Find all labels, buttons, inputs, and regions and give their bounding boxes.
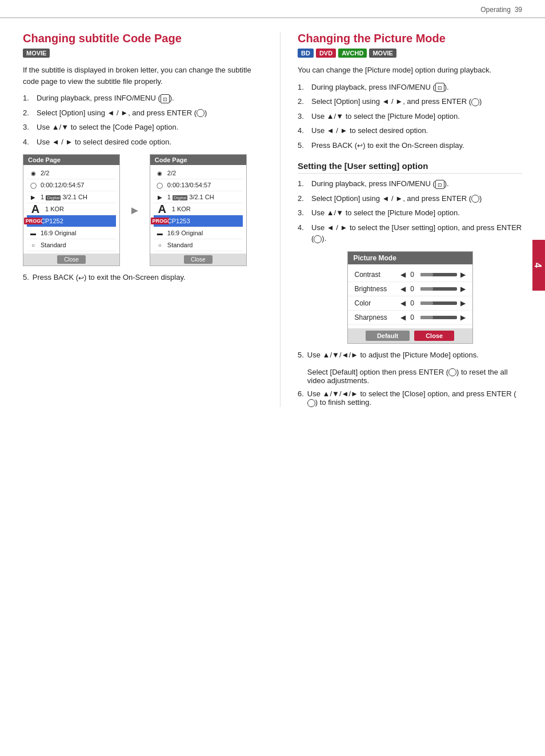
code-page-dialog-left: Code Page ◉ 2/2 ◯ 0:00:12/0:54:57 ▶ 1 Di… <box>23 154 120 266</box>
sharpness-right-arrow: ▶ <box>460 313 466 321</box>
left-step5: 5. Press BACK (↩) to exit the On-Screen … <box>23 273 263 282</box>
contrast-left-arrow: ◀ <box>400 271 406 279</box>
left-intro: If the subtitle is displayed in broken l… <box>23 65 263 87</box>
right-steps: 1. During playback, press INFO/MENU (⊡).… <box>298 82 522 151</box>
sub-step-2: 2. Select [Option] using ◄ / ►, and pres… <box>298 193 522 204</box>
sub-step-4: 4. Use ◄ / ► to select the [User setting… <box>298 222 522 244</box>
tab-text: Operating <box>521 248 528 283</box>
brightness-bar <box>420 287 457 291</box>
back-icon-r5: ↩ <box>357 140 363 151</box>
enter-icon-2 <box>197 109 205 117</box>
page-info: Operating 39 <box>480 6 522 14</box>
right-substeps: 1. During playback, press INFO/MENU (⊡).… <box>298 178 522 244</box>
column-divider <box>280 32 280 407</box>
close-btn-left[interactable]: Close <box>57 255 86 264</box>
rec-icon-left: ▶ <box>29 193 37 201</box>
step-2: 2. Select [Option] using ◄ / ►, and pres… <box>23 107 263 119</box>
clock-icon-left: ◯ <box>29 181 37 189</box>
pm-body: Contrast ◀ 0 ▶ Brightness ◀ 0 ▶ Color ◀ … <box>348 264 472 328</box>
pm-row-brightness: Brightness ◀ 0 ▶ <box>348 282 472 296</box>
right-step-1: 1. During playback, press INFO/MENU (⊡). <box>298 82 522 93</box>
ratio-icon-left: ▬ <box>29 229 37 237</box>
dialog-item-ratio-left: ▬ 16:9 Original <box>27 227 116 239</box>
a-icon-right: A <box>156 205 169 213</box>
dialog-item-cp-left: PROG CP1252 <box>27 215 116 227</box>
dialog-row: Code Page ◉ 2/2 ◯ 0:00:12/0:54:57 ▶ 1 Di… <box>23 154 263 266</box>
pm-default-btn[interactable]: Default <box>366 331 410 341</box>
dialog-item-disc-right: ◉ 2/2 <box>154 167 243 179</box>
main-content: Changing subtitle Code Page MOVIE If the… <box>0 18 545 421</box>
pm-row-sharpness: Sharpness ◀ 0 ▶ <box>348 311 472 325</box>
menu-icon-s1: ⊡ <box>435 180 444 189</box>
disc-icon-left: ◉ <box>29 169 37 177</box>
enter-icon-s2 <box>471 195 479 203</box>
dialog-title-right: Code Page <box>150 155 246 165</box>
dialog-item-cp-right: PROG CP1253 <box>154 215 243 227</box>
menu-icon-1: ⊡ <box>161 94 170 103</box>
std-icon-right: ○ <box>156 241 164 249</box>
right-badges: BD DVD AVCHD MOVIE <box>298 49 522 58</box>
enter-icon-step6 <box>307 399 315 407</box>
dialog-item-std-left: ○ Standard <box>27 239 116 251</box>
cp-icon-right: PROG <box>156 217 164 225</box>
dialog-item-rec-right: ▶ 1 Digital 3/2.1 CH <box>154 191 243 203</box>
step-4: 4. Use ◄ / ► to select desired code opti… <box>23 136 263 148</box>
arrow-right: ► <box>129 204 141 217</box>
right-column: Changing the Picture Mode BD DVD AVCHD M… <box>298 32 522 407</box>
dialog-item-std-right: ○ Standard <box>154 239 243 251</box>
color-bar <box>420 301 457 305</box>
right-section-title: Changing the Picture Mode <box>298 32 522 45</box>
right-step-5: 5. Press BACK (↩) to exit the On-Screen … <box>298 140 522 151</box>
enter-icon-step5 <box>448 368 456 376</box>
left-steps: 1. During playback, press INFO/MENU (⊡).… <box>23 93 263 147</box>
pm-close-btn[interactable]: Close <box>414 331 454 341</box>
right-intro: You can change the [Picture mode] option… <box>298 65 522 76</box>
tab-number: 4 <box>532 263 543 268</box>
dialog-item-clock-left: ◯ 0:00:12/0:54:57 <box>27 179 116 191</box>
sub-step-1: 1. During playback, press INFO/MENU (⊡). <box>298 178 522 190</box>
back-icon-left: ↩ <box>78 274 84 282</box>
badge-movie-left: MOVIE <box>23 49 50 58</box>
a-icon-left: A <box>29 205 42 213</box>
color-right-arrow: ▶ <box>460 299 466 307</box>
right-step-4: 4. Use ◄ / ► to select desired option. <box>298 125 522 136</box>
pm-row-color: Color ◀ 0 ▶ <box>348 296 472 311</box>
contrast-right-arrow: ▶ <box>460 271 466 279</box>
right-extra-steps: 5. Use ▲/▼/◄/► to adjust the [Picture Mo… <box>298 351 522 407</box>
dialog-item-clock-right: ◯ 0:00:13/0:54:57 <box>154 179 243 191</box>
brightness-left-arrow: ◀ <box>400 285 406 293</box>
dialog-footer-right: Close <box>150 254 246 266</box>
right-step-3: 3. Use ▲/▼ to select the [Picture Mode] … <box>298 111 522 122</box>
disc-icon-right: ◉ <box>156 169 164 177</box>
picture-mode-dialog: Picture Mode Contrast ◀ 0 ▶ Brightness ◀… <box>347 251 473 344</box>
step-1: 1. During playback, press INFO/MENU (⊡). <box>23 93 263 104</box>
menu-icon-r1: ⊡ <box>435 83 444 92</box>
dialog-item-a-left: A 1 KOR <box>27 203 116 215</box>
dialog-item-rec-left: ▶ 1 Digital 3/2.1 CH <box>27 191 116 203</box>
left-section-title: Changing subtitle Code Page <box>23 32 263 45</box>
dialog-item-a-right: A 1 KOR <box>154 203 243 215</box>
clock-icon-right: ◯ <box>156 181 164 189</box>
close-btn-right[interactable]: Close <box>184 255 213 264</box>
dialog-item-disc-left: ◉ 2/2 <box>27 167 116 179</box>
sharpness-left-arrow: ◀ <box>400 313 406 321</box>
subsection-title: Setting the [User setting] option <box>298 161 522 174</box>
code-page-dialog-right: Code Page ◉ 2/2 ◯ 0:00:13/0:54:57 ▶ 1 Di… <box>150 154 247 266</box>
badge-avchd: AVCHD <box>338 49 367 58</box>
ratio-icon-right: ▬ <box>156 229 164 237</box>
pm-row-contrast: Contrast ◀ 0 ▶ <box>348 268 472 282</box>
dialog-footer-left: Close <box>23 254 119 266</box>
color-left-arrow: ◀ <box>400 299 406 307</box>
pm-title: Picture Mode <box>348 252 472 264</box>
contrast-bar <box>420 273 457 276</box>
enter-icon-s4 <box>314 235 322 243</box>
left-column: Changing subtitle Code Page MOVIE If the… <box>23 32 263 407</box>
pm-footer: Default Close <box>348 328 472 343</box>
badge-dvd: DVD <box>316 49 336 58</box>
dialog-title-left: Code Page <box>23 155 119 165</box>
left-badges: MOVIE <box>23 49 263 58</box>
badge-movie-right: MOVIE <box>369 49 396 58</box>
dialog-body-right: ◉ 2/2 ◯ 0:00:13/0:54:57 ▶ 1 Digital 3/2.… <box>150 165 246 254</box>
top-bar: Operating 39 <box>0 0 545 18</box>
side-tab: 4 Operating <box>532 240 545 291</box>
